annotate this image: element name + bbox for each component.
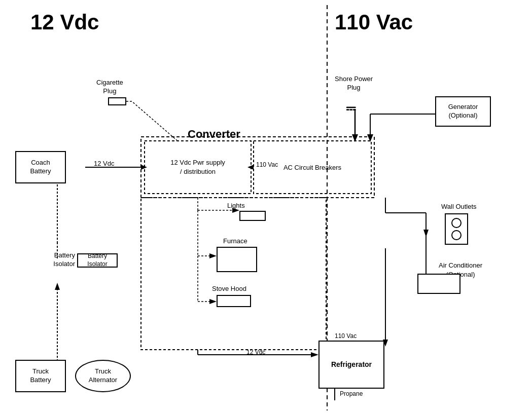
svg-marker-41 [311,352,318,357]
label-110vac-wire: 110 Vac [256,161,278,169]
svg-marker-11 [55,283,60,290]
coach-battery-box: Coach Battery [15,151,66,183]
pwr-supply-label: 12 Vdc Pwr supply / distribution [145,141,251,194]
generator-label: Generator (Optional) [448,103,478,120]
propane-label: Propane [340,390,363,398]
stove-hood-label: Stove Hood [212,285,246,293]
lights-label: Lights [227,202,245,210]
svg-point-45 [452,218,461,228]
battery-isolator-text: BatteryIsolator [30,251,75,269]
truck-battery-box: Truck Battery [15,360,66,392]
cigarette-plug-label: CigarettePlug [96,79,123,96]
title-12vdc: 12 Vdc [30,10,99,34]
battery-isolator-label: Battery Isolator [78,252,117,268]
label-12vdc-fridge: 12 Vdc [246,349,265,357]
stove-hood-box [217,295,251,307]
truck-battery-label: Truck Battery [30,367,51,385]
diagram: 12 Vdc 110 Vac Converter Coach Battery 1… [0,0,532,413]
converter-label: Converter [188,128,240,141]
svg-line-12 [132,101,178,141]
coach-battery-label: Coach Battery [30,159,51,176]
wall-outlet-symbol [444,213,469,248]
refrigerator-box: Refrigerator [318,341,384,389]
cigarette-plug-box [108,97,126,105]
air-conditioner-box [417,274,460,294]
shore-power-label: Shore PowerPlug [335,75,373,92]
truck-alternator-box: Truck Alternator [75,360,131,392]
furnace-box [217,247,257,272]
shore-power-symbol: ⎓ [346,99,356,118]
svg-marker-35 [209,253,217,258]
battery-isolator-box: Battery Isolator [77,253,118,268]
title-110vac: 110 Vac [335,10,413,34]
svg-marker-25 [423,230,429,237]
truck-alternator-label: Truck Alternator [89,367,117,385]
lights-box [239,211,266,221]
generator-box: Generator (Optional) [435,96,491,127]
label-12vdc-wire: 12 Vdc [94,160,114,168]
svg-rect-4 [141,198,326,350]
wall-outlets-label: Wall Outlets [441,203,477,211]
refrigerator-label: Refrigerator [331,360,372,369]
svg-point-46 [452,231,461,240]
svg-marker-38 [209,299,217,304]
label-110vac-fridge: 110 Vac [335,332,357,341]
furnace-label: Furnace [223,237,247,246]
